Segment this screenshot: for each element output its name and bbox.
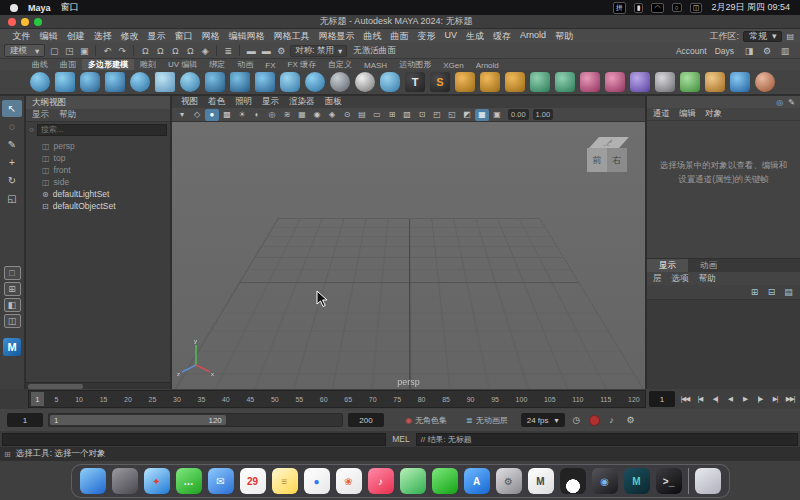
bridge-icon[interactable] (630, 72, 650, 92)
separate-icon[interactable] (555, 72, 575, 92)
penguin-app-icon[interactable] (560, 468, 586, 494)
lasso-tool[interactable]: ◌ (2, 118, 22, 135)
shelf-tab[interactable]: 雕刻 (134, 59, 162, 70)
facetime-icon[interactable] (432, 468, 458, 494)
poly-cylinder-icon[interactable] (80, 72, 100, 92)
apple-menu-icon[interactable] (10, 4, 18, 12)
account-button[interactable]: Account (676, 46, 707, 56)
maya-menu-item[interactable]: 修改 (116, 30, 143, 43)
finder-icon[interactable] (80, 468, 106, 494)
view-cube-top-face[interactable]: 上 (589, 137, 629, 148)
boolean-intersection-icon[interactable] (505, 72, 525, 92)
layer-editor-tab[interactable]: 动画 (688, 259, 729, 272)
hud-display-icon[interactable]: ▣ (490, 109, 504, 121)
tool-settings-toggle-icon[interactable]: ⚙ (760, 44, 774, 57)
poly-pipe-icon[interactable] (280, 72, 300, 92)
poly-disc-icon[interactable] (180, 72, 200, 92)
poly-soccer-ball-icon[interactable] (355, 72, 375, 92)
snap-to-curve-icon[interactable]: Ω (153, 44, 167, 57)
command-input[interactable] (2, 433, 386, 446)
close-window-button[interactable] (8, 18, 16, 26)
save-scene-icon[interactable]: ▣ (77, 44, 91, 57)
shelf-tab[interactable]: UV 编辑 (162, 59, 203, 70)
redo-icon[interactable]: ↷ (115, 44, 129, 57)
modeling-toolkit-icon[interactable]: M (3, 338, 21, 356)
sculpt-tool-icon[interactable] (755, 72, 775, 92)
shelf-tab[interactable]: FX 缓存 (282, 59, 322, 70)
workspace-selector[interactable]: 常规 ▾ (743, 31, 783, 42)
maya-menu-item[interactable]: 编辑 (35, 30, 62, 43)
view-cube-right-face[interactable]: 右 (607, 148, 627, 172)
animation-end-field[interactable]: 200 (348, 413, 384, 427)
current-time-marker[interactable]: 1 (31, 392, 44, 406)
snap-to-plane-icon[interactable]: Ω (183, 44, 197, 57)
rotate-tool[interactable]: ↻ (2, 172, 22, 189)
maya-menu-item[interactable]: 网格工具 (269, 30, 314, 43)
outliner-item[interactable]: ⊛ defaultLightSet (26, 188, 170, 200)
layer-editor-menu-item[interactable]: 层 (653, 273, 662, 285)
channel-box-menu-item[interactable]: 编辑 (679, 108, 696, 120)
shelf-tab[interactable]: 曲面 (54, 59, 82, 70)
animation-start-field[interactable]: 1 (7, 413, 43, 427)
viewport-menu-item[interactable]: 渲染器 (284, 96, 320, 108)
channel-box-toggle-icon[interactable]: ▥ (778, 44, 792, 57)
mail-icon[interactable]: ✉ (208, 468, 234, 494)
outliner-item[interactable]: ◫ top (26, 152, 170, 164)
layer-editor-menu-item[interactable]: 帮助 (699, 273, 716, 285)
maps-icon[interactable] (400, 468, 426, 494)
scale-tool[interactable]: ◱ (2, 190, 22, 207)
maya-menu-item[interactable]: 网格显示 (314, 30, 359, 43)
layout-persp-outliner-button[interactable]: ◧ (4, 298, 21, 312)
platonic-solid-icon[interactable] (205, 72, 225, 92)
xray-mode-icon[interactable]: ◈ (325, 109, 339, 121)
maya-icon[interactable]: M (624, 468, 650, 494)
safe-title-icon[interactable]: ◱ (445, 109, 459, 121)
shelf-tab[interactable]: 自定义 (322, 59, 358, 70)
play-backwards-button[interactable]: ◀ (723, 392, 737, 406)
exposure-field[interactable]: 0.00 (508, 109, 529, 120)
system-settings-icon[interactable]: ⚙ (496, 468, 522, 494)
maya-menu-item[interactable]: UV (440, 30, 462, 43)
safari-icon[interactable]: ✦ (144, 468, 170, 494)
animation-preferences-icon[interactable]: ⚙ (624, 415, 638, 425)
search-icon[interactable]: ○ (672, 3, 682, 12)
zoom-window-button[interactable] (34, 18, 42, 26)
textured-mode-icon[interactable]: ▩ (220, 109, 234, 121)
macos-menu-item[interactable]: 窗口 (61, 1, 79, 14)
auto-keyframe-toggle-icon[interactable] (589, 415, 600, 426)
poly-superellipse-icon[interactable] (380, 72, 400, 92)
field-chart-icon[interactable]: ⊡ (415, 109, 429, 121)
poly-gear-icon[interactable] (330, 72, 350, 92)
anim-layer-selector[interactable]: ≣ 无动画层 (466, 415, 508, 426)
viewport-canvas[interactable]: 上 前 右 y x z persp (172, 122, 645, 389)
resolution-gate-icon[interactable]: ⊞ (385, 109, 399, 121)
go-to-start-button[interactable]: |◀◀ (678, 392, 692, 406)
undo-icon[interactable]: ↶ (100, 44, 114, 57)
step-forward-key-button[interactable]: |▶ (753, 392, 767, 406)
maya-menu-item[interactable]: 帮助 (551, 30, 578, 43)
poly-sphere-icon[interactable] (30, 72, 50, 92)
command-language-toggle[interactable]: MEL (389, 434, 412, 444)
shelf-tab[interactable]: 动画 (231, 59, 259, 70)
maya-menu-item[interactable]: 曲面 (386, 30, 413, 43)
messages-icon[interactable]: … (176, 468, 202, 494)
render-frame-icon[interactable]: ▬ (244, 44, 258, 57)
new-scene-icon[interactable]: ▢ (47, 44, 61, 57)
fps-selector[interactable]: 24 fps ▾ (521, 413, 565, 427)
bevel-icon[interactable] (605, 72, 625, 92)
photo-booth-icon[interactable]: ◉ (592, 468, 618, 494)
shelf-tab[interactable]: MASH (358, 61, 393, 70)
outliner-menu-item[interactable]: 帮助 (59, 109, 76, 121)
layer-list[interactable] (647, 299, 800, 389)
minimize-window-button[interactable] (21, 18, 29, 26)
maya-menu-item[interactable]: 缓存 (489, 30, 516, 43)
maya-menu-item[interactable]: 文件 (8, 30, 35, 43)
no-live-surface-button[interactable]: 无激活曲面 (349, 45, 400, 57)
layer-editor-tab[interactable]: 显示 (647, 259, 688, 272)
viewport-menu-item[interactable]: 面板 (320, 96, 347, 108)
character-set-selector[interactable]: ◉ 无角色集 (405, 415, 447, 426)
viewport-menu-item[interactable]: 视图 (176, 96, 203, 108)
maya-menu-item[interactable]: 变形 (413, 30, 440, 43)
maya-menu-item[interactable]: 曲线 (359, 30, 386, 43)
shelf-tab[interactable]: 多边形建模 (82, 59, 134, 70)
